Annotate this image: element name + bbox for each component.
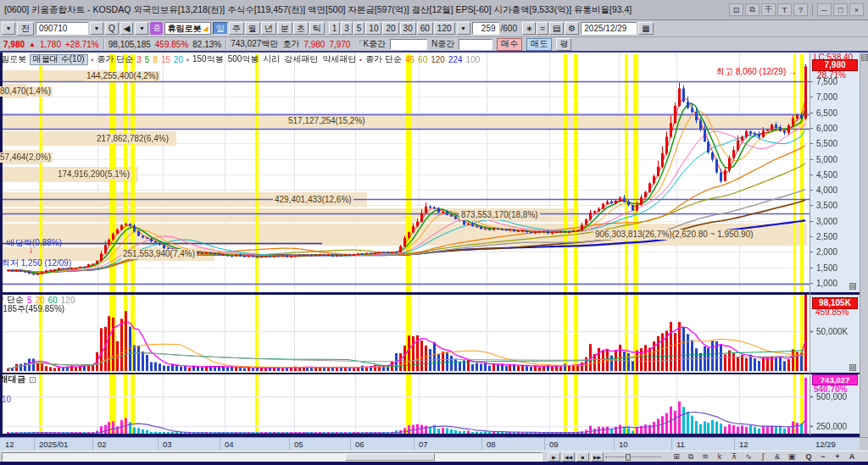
settings-icon[interactable]: ⚙	[565, 22, 579, 35]
date-input[interactable]: 2025/12/29	[581, 22, 637, 35]
peak-marker-icon[interactable]: ⊼	[727, 451, 741, 462]
speed-slider[interactable]	[605, 457, 661, 457]
forward-icon[interactable]: ▶▶	[591, 452, 604, 462]
zoom-tool-icon[interactable]: Q	[802, 451, 815, 462]
volume-pct-label: 459.85%	[815, 307, 849, 317]
auto-scale-button[interactable]: A	[845, 451, 859, 462]
time-axis-divider	[671, 438, 672, 451]
legend-bullet-icon: ▪	[359, 56, 362, 64]
chart-canvas[interactable]	[0, 53, 860, 437]
stock-name-box[interactable]: 휴림로봇 ◢	[164, 22, 210, 35]
period-button-초[interactable]: 초	[293, 22, 309, 35]
interval-button-5[interactable]: 5	[353, 22, 365, 35]
speaker-combo[interactable]: ▼	[135, 22, 148, 35]
play-icon[interactable]: ▶	[548, 452, 560, 462]
calendar-icon[interactable]: ▦	[638, 22, 653, 35]
time-axis-label-06: 06	[355, 440, 364, 449]
env-button[interactable]: 전	[17, 22, 34, 36]
chart-scrollbar-thumb[interactable]	[345, 453, 435, 461]
minimize-button[interactable]: ─	[817, 3, 832, 16]
save-icon[interactable]: ▤	[549, 22, 564, 35]
k-mid-input[interactable]	[390, 39, 427, 50]
window-copy-icon[interactable]: ⧉	[684, 451, 698, 462]
profile-band-label-6: 429,401,433(12,6%)	[273, 195, 353, 205]
interval-button-10[interactable]: 10	[365, 22, 381, 35]
maximize-button[interactable]: □	[833, 3, 848, 16]
period-button-년[interactable]: 년	[261, 22, 276, 35]
freehand-icon[interactable]: ʃ	[756, 451, 770, 462]
period-button-주[interactable]: 주	[229, 22, 244, 35]
interval-button-1[interactable]: 1	[329, 22, 341, 35]
interval-button-60[interactable]: 60	[417, 22, 433, 35]
sell-button[interactable]: 매도	[526, 38, 552, 51]
capture-icon[interactable]: ⧉	[745, 3, 760, 16]
legend-g1-label: 종가 단순	[97, 53, 133, 65]
compare-chart-icon[interactable]: ≈	[537, 22, 548, 35]
close-button[interactable]: ×	[849, 3, 864, 16]
current-price: 7,980	[3, 40, 25, 49]
flat-button[interactable]: 평	[556, 38, 571, 51]
current-pct-label: 28.71%	[817, 70, 846, 80]
zoom-out-button[interactable]: −	[816, 451, 830, 462]
bar-count-input[interactable]: 259	[472, 22, 499, 35]
time-axis-end: 12/29	[860, 437, 868, 451]
legend-item-500억봉: 500억봉	[228, 53, 259, 65]
font-icon[interactable]: T	[777, 3, 792, 16]
ask-price: 7,980	[303, 40, 325, 49]
amount-legend: 거래대금 ⊡	[0, 374, 36, 385]
legend-ma-120: 120	[431, 55, 445, 64]
time-axis-divider	[220, 438, 220, 451]
period-button-틱[interactable]: 틱	[309, 22, 325, 35]
time-axis-label-12: 12	[739, 440, 748, 449]
k-cursor-icon[interactable]: k	[713, 451, 726, 462]
interval-button-3[interactable]: 3	[341, 22, 353, 35]
interval-combo[interactable]: ▼	[457, 22, 470, 35]
chart-scrollbar[interactable]	[2, 452, 542, 462]
help-icon[interactable]: ?	[793, 3, 808, 16]
stop-icon[interactable]: ■	[576, 452, 589, 462]
bid-price: 7,970	[329, 40, 350, 49]
pin-icon[interactable]: 干	[761, 3, 776, 16]
stock-badge: 증	[150, 22, 163, 35]
legend-bullet-icon: ▪	[186, 56, 189, 64]
period-button-분[interactable]: 분	[277, 22, 292, 35]
interval-button-30[interactable]: 30	[400, 22, 416, 35]
zoom-in-button[interactable]: +	[831, 451, 844, 462]
crosshair-icon[interactable]: ∗	[522, 22, 536, 35]
rewind-icon[interactable]: ◀◀	[562, 452, 575, 462]
current-price-box: 7,980	[812, 59, 858, 71]
indicator-add-icon[interactable]: ⊞	[670, 451, 683, 462]
profile-band-label-9: 251,553,940(7,4%)	[121, 249, 197, 259]
profile-band-label-8: 906,303,813(26,7%)(2,620.80 ~ 1,950.90)	[593, 230, 755, 240]
search-icon[interactable]: Q	[105, 22, 119, 35]
chart-type-combo[interactable]: ▼	[2, 22, 15, 35]
price-change: 1,780	[40, 40, 61, 49]
period-button-월[interactable]: 월	[245, 22, 260, 35]
period-button-일[interactable]: 일	[213, 22, 228, 35]
volume-panel-resize-handle[interactable]: ⊡	[849, 364, 856, 371]
amount-value: 743,027백만	[231, 38, 278, 50]
interval-button-20[interactable]: 20	[382, 22, 398, 35]
speed-slider-thumb[interactable]	[626, 454, 631, 461]
pattern-icon[interactable]: ≋	[698, 451, 712, 462]
stock-code-combo[interactable]: ▼	[90, 22, 103, 35]
legend-ma-60: 60	[418, 55, 427, 64]
interval-button-120[interactable]: 120	[434, 22, 455, 35]
collapse-icon[interactable]: ⊡	[29, 375, 36, 385]
stock-code-input[interactable]: 090710	[36, 22, 88, 35]
panel-toggle-icon[interactable]: ⊡	[861, 54, 868, 61]
low-arrow-icon: ↓	[29, 244, 34, 254]
link-window-icon[interactable]: ⊡	[729, 3, 743, 16]
buy-button[interactable]: 매수	[497, 38, 522, 51]
amount-ma-label: 10	[2, 395, 11, 404]
speaker-icon[interactable]: ◀	[120, 22, 134, 35]
main-panel-resize-handle[interactable]: ⊡	[849, 283, 856, 290]
time-axis[interactable]: 122025/010203040506070809101112	[0, 437, 860, 451]
time-axis-label-08: 08	[487, 440, 496, 449]
link-chart-icon[interactable]: &	[771, 451, 784, 462]
profile-band-label-2: 517,127,254(15,2%)	[287, 116, 367, 126]
legend-indicator[interactable]: 매물대 수(10)	[30, 54, 88, 65]
n-mid-input[interactable]	[459, 39, 492, 50]
multi-window-icon[interactable]: ▣	[785, 451, 798, 462]
trendline-icon[interactable]: ∿	[742, 451, 755, 462]
